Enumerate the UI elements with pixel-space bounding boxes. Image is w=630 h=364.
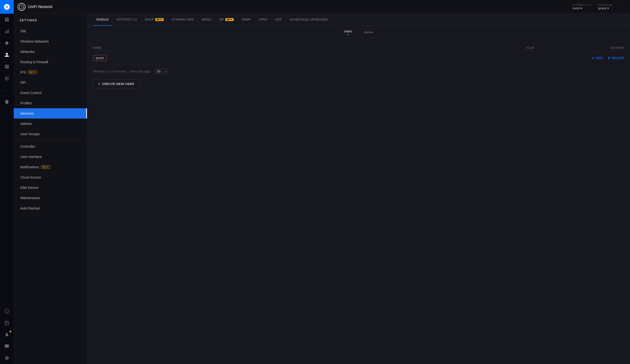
menu-dots-icon[interactable]: ⋮	[622, 4, 626, 10]
delete-icon	[608, 56, 611, 60]
svg-rect-8	[5, 321, 9, 325]
sidebar-item-guest-control[interactable]: Guest Control	[14, 88, 87, 98]
main-panel: RADIUS HOTSPOT 2.0 DHCP BETA DYNAMIC DNS…	[87, 14, 630, 364]
ubnt-circle-icon	[18, 3, 26, 11]
nav-icon-info[interactable]	[0, 305, 14, 317]
sidebar-item-elite-device[interactable]: Elite Device	[14, 182, 87, 193]
notifications-beta-badge: BETA	[41, 165, 50, 169]
svg-rect-0	[5, 18, 7, 20]
sidebar-item-site[interactable]: Site	[14, 26, 87, 36]
chevron-down-icon[interactable]: ▾	[580, 6, 582, 10]
tab-dynamic-dns[interactable]: DYNAMIC DNS	[168, 14, 197, 26]
nav-icon-dashboard[interactable]	[0, 14, 14, 26]
app-logo: UniFi Network	[18, 3, 573, 11]
shield-icon	[4, 100, 9, 104]
user-chevron-down-icon[interactable]: ▾	[607, 6, 609, 10]
col-name-header: NAME	[93, 46, 526, 49]
icon-sidebar: —	[0, 0, 14, 364]
sidebar-item-notifications[interactable]: Notifications BETA	[14, 162, 87, 172]
tab-ntp[interactable]: NTP	[272, 14, 285, 26]
pagination-text: Showing 1-1 of 1 records.	[93, 70, 127, 73]
nav-icon-chat[interactable]	[0, 340, 14, 352]
chat-icon	[4, 344, 9, 349]
sidebar-item-wireless-networks[interactable]: Wireless Networks	[14, 36, 87, 46]
nav-icon-settings-main[interactable]	[0, 49, 14, 61]
logo-area[interactable]	[0, 0, 14, 14]
nav-icon-settings-bottom[interactable]	[0, 352, 14, 364]
delete-button[interactable]: DELETE	[608, 56, 624, 60]
sidebar-item-ips[interactable]: IPS BETA	[14, 67, 87, 78]
items-per-page-label: Items per page:	[130, 70, 151, 73]
nav-icon-alerts[interactable]	[0, 72, 14, 84]
edit-button[interactable]: EDIT	[592, 56, 603, 60]
ubiquiti-logo-icon	[4, 4, 10, 10]
tab-scheduled-upgrades[interactable]: SCHEDULED UPGRADES	[286, 14, 332, 26]
info-icon	[4, 309, 9, 314]
sidebar-item-dpi[interactable]: DPI	[14, 78, 87, 88]
sub-tab-bar: Users Server	[87, 26, 630, 38]
per-page-select[interactable]: 50 10 25 100	[155, 68, 168, 74]
tab-mdns[interactable]: MDNS	[198, 14, 214, 26]
tab-bar: RADIUS HOTSPOT 2.0 DHCP BETA DYNAMIC DNS…	[87, 14, 630, 26]
sidebar-heading: SETTINGS	[14, 14, 87, 26]
sub-tab-server[interactable]: Server	[364, 30, 373, 34]
pagination-info: Showing 1-1 of 1 records. Items per page…	[93, 68, 624, 74]
sidebar-item-cloud-access[interactable]: Cloud Access	[14, 172, 87, 182]
sidebar-item-admins[interactable]: Admins	[14, 118, 87, 129]
ips-beta-badge: BETA	[28, 70, 37, 74]
table-area: NAME VLAN ACTIONS tynick EDIT	[87, 38, 630, 364]
nav-icon-divider: —	[0, 84, 14, 96]
table-header: NAME VLAN ACTIONS	[93, 44, 624, 52]
tab-sip[interactable]: SIP BETA	[215, 14, 237, 26]
devices-icon	[4, 41, 9, 46]
cell-actions: EDIT DELETE	[575, 56, 624, 60]
svg-point-6	[6, 78, 8, 79]
sidebar-item-controller[interactable]: Controller	[14, 141, 87, 152]
tab-dhcp[interactable]: DHCP BETA	[141, 14, 167, 26]
svg-point-4	[5, 42, 8, 44]
cell-name-wrapper: tynick	[93, 55, 526, 61]
main-container: UniFi Network CURRENT SITE mom ▾ USERNAM…	[14, 0, 630, 364]
sidebar-item-routing-firewall[interactable]: Routing & Firewall	[14, 57, 87, 67]
nav-icon-notifications[interactable]	[0, 329, 14, 340]
svg-rect-2	[5, 20, 7, 22]
current-site-value: mom ▾	[573, 6, 592, 10]
content-area: SETTINGS Site Wireless Networks Networks…	[14, 14, 630, 364]
sip-beta-badge: BETA	[225, 18, 234, 21]
top-bar: UniFi Network CURRENT SITE mom ▾ USERNAM…	[14, 0, 630, 14]
username-value: tynick ▾	[598, 6, 613, 10]
tab-radius[interactable]: RADIUS	[93, 14, 112, 26]
nav-icon-events[interactable]	[0, 317, 14, 329]
sidebar-item-user-groups[interactable]: User Groups	[14, 129, 87, 139]
gear-icon	[4, 356, 9, 360]
create-btn-label: CREATE NEW USER	[102, 82, 134, 86]
cell-name-value: tynick	[93, 55, 106, 61]
current-site-label: CURRENT SITE	[573, 4, 592, 6]
settings-sidebar: SETTINGS Site Wireless Networks Networks…	[14, 14, 87, 364]
sidebar-item-profiles[interactable]: Profiles	[14, 98, 87, 108]
tab-upnp[interactable]: UPNP	[255, 14, 271, 26]
nav-icon-devices[interactable]	[0, 37, 14, 49]
edit-icon	[592, 56, 595, 60]
alerts-icon	[4, 76, 9, 81]
site-info: CURRENT SITE mom ▾ USERNAME tynick ▾ ⋮	[573, 4, 626, 10]
ubnt-icon	[19, 4, 24, 10]
sidebar-item-maintenance[interactable]: Maintenance	[14, 193, 87, 203]
create-new-user-button[interactable]: + CREATE NEW USER	[93, 79, 139, 88]
nav-icon-reports[interactable]	[0, 61, 14, 72]
tab-hotspot[interactable]: HOTSPOT 2.0	[113, 14, 140, 26]
nav-icon-stats[interactable]	[0, 26, 14, 37]
nav-icon-shield[interactable]	[0, 96, 14, 108]
sidebar-item-auto-backup[interactable]: Auto Backup	[14, 203, 87, 213]
svg-rect-1	[7, 18, 9, 20]
sub-tab-users[interactable]: Users	[344, 30, 352, 35]
svg-rect-3	[7, 20, 9, 22]
sidebar-divider	[14, 140, 87, 140]
user-block: USERNAME tynick ▾	[598, 4, 613, 10]
per-page-wrapper: 50 10 25 100	[155, 68, 168, 74]
reports-icon	[4, 64, 9, 69]
sidebar-item-services[interactable]: Services	[14, 108, 87, 118]
tab-snmp[interactable]: SNMP	[238, 14, 254, 26]
sidebar-item-user-interface[interactable]: User Interface	[14, 152, 87, 162]
sidebar-item-networks[interactable]: Networks	[14, 46, 87, 57]
